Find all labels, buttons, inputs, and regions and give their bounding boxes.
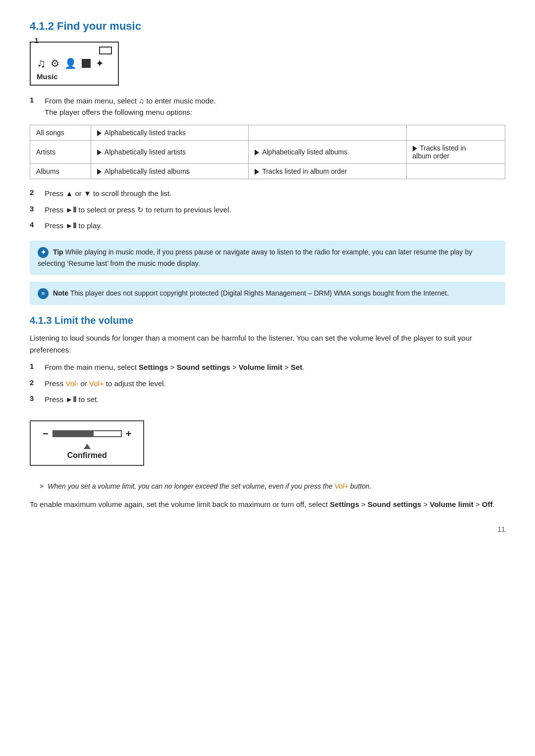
note-box: ≡ Note This player does not support copy… — [30, 282, 505, 305]
device-diagram: 1 ♫ ⚙ 👤 ✦ Music — [30, 42, 119, 86]
arrow-icon — [255, 150, 259, 155]
menu-empty-3 — [406, 164, 505, 179]
section-title-412: 4.1.2 Find your music — [30, 20, 505, 33]
music-note-icon: ♫ — [37, 56, 46, 70]
step-1-text: From the main menu, select ♫ to enter mu… — [45, 96, 216, 118]
volume-triangle-indicator — [84, 444, 91, 449]
step-413-2-text: Press Vol- or Vol+ to adjust the level. — [45, 378, 166, 390]
note-icon: ≡ — [38, 288, 49, 299]
bullet-note-item: > When you set a volume limit, you can n… — [40, 481, 505, 492]
vol-plus-icon: + — [126, 428, 132, 440]
step-413-1-item: 1 From the main menu, select Settings > … — [30, 362, 505, 373]
step-3-text: Press ►Ⅱ to select or press ↻ to return … — [45, 204, 231, 216]
step-2-item: 2 Press ▲ or ▼ to scroll through the lis… — [30, 188, 505, 200]
step-413-3-text: Press ►Ⅱ to set. — [45, 394, 99, 405]
step-413-3-num: 3 — [30, 394, 38, 403]
device-screen — [99, 47, 112, 54]
device-icons: ♫ ⚙ 👤 ✦ — [37, 56, 112, 70]
steps-2-4-list: 2 Press ▲ or ▼ to scroll through the lis… — [30, 188, 505, 232]
step-413-1-text: From the main menu, select Settings > So… — [45, 362, 305, 373]
step-2-num: 2 — [30, 188, 38, 197]
confirmed-label: Confirmed — [43, 451, 131, 460]
user-icon: 👤 — [64, 57, 77, 69]
gear2-icon: ✦ — [96, 57, 104, 69]
black-square-icon — [82, 59, 91, 68]
volume-bar-row: − + — [43, 428, 131, 440]
menu-val-albums-artists: Alphabetically listed albums — [249, 141, 406, 164]
menu-cat-artists: Artists — [30, 141, 91, 164]
steps-list-413: 1 From the main menu, select Settings > … — [30, 362, 505, 405]
menu-cat-allsongs: All songs — [30, 125, 91, 141]
device-label: Music — [37, 72, 112, 81]
step-2-text: Press ▲ or ▼ to scroll through the list. — [45, 188, 171, 200]
arrow-icon — [413, 146, 417, 151]
bullet-note-text: When you set a volume limit, you can no … — [48, 481, 372, 492]
volume-bar — [53, 430, 122, 437]
step-3-item: 3 Press ►Ⅱ to select or press ↻ to retur… — [30, 204, 505, 216]
menu-empty-2 — [406, 125, 505, 141]
menu-cat-albums: Albums — [30, 164, 91, 179]
step-413-1-num: 1 — [30, 362, 38, 370]
tip-icon: ✦ — [38, 247, 49, 258]
menu-val-artists: Alphabetically listed artists — [91, 141, 248, 164]
menu-val-albums: Alphabetically listed albums — [91, 164, 248, 179]
step-4-num: 4 — [30, 220, 38, 229]
menu-val-alltracks: Alphabetically listed tracks — [91, 125, 248, 141]
section-413-desc1: Listening to loud sounds for longer than… — [30, 332, 505, 356]
bullet-note-list: > When you set a volume limit, you can n… — [40, 481, 505, 492]
tip-label: Tip — [53, 248, 63, 256]
table-row: Artists Alphabetically listed artists Al… — [30, 141, 505, 164]
step-1-num: 1 — [30, 96, 38, 104]
menu-empty-1 — [249, 125, 406, 141]
section-413-desc2: To enable maximum volume again, set the … — [30, 499, 505, 510]
step-4-item: 4 Press ►Ⅱ to play. — [30, 220, 505, 232]
vol-minus-icon: − — [43, 428, 49, 440]
steps-list-412: 1 From the main menu, select ♫ to enter … — [30, 96, 505, 118]
arrow-icon — [97, 130, 102, 136]
volume-bar-fill — [54, 431, 94, 436]
page-number: 11 — [30, 525, 505, 533]
arrow-icon — [97, 169, 102, 175]
device-top-bar — [37, 47, 112, 54]
step-1-item: 1 From the main menu, select ♫ to enter … — [30, 96, 505, 118]
arrow-icon — [97, 150, 102, 155]
section-title-413: 4.1.3 Limit the volume — [30, 315, 505, 326]
menu-options-table: All songs Alphabetically listed tracks A… — [30, 125, 505, 179]
note-text: This player does not support copyright p… — [70, 289, 449, 297]
step-3-num: 3 — [30, 204, 38, 213]
device-step-marker: 1 — [35, 37, 39, 45]
table-row: All songs Alphabetically listed tracks — [30, 125, 505, 141]
arrow-icon — [255, 169, 259, 175]
menu-val-tracks-album-order-2: Tracks listed in album order — [249, 164, 406, 179]
step-413-3-item: 3 Press ►Ⅱ to set. — [30, 394, 505, 405]
bullet-gt: > — [40, 481, 44, 492]
menu-val-tracks-album-order-1: Tracks listed inalbum order — [406, 141, 505, 164]
volume-diagram: − + Confirmed — [30, 420, 144, 466]
tip-box: ✦ Tip While playing in music mode, if yo… — [30, 241, 505, 275]
settings-gear-icon: ⚙ — [51, 57, 59, 69]
note-label: Note — [53, 289, 68, 297]
table-row: Albums Alphabetically listed albums Trac… — [30, 164, 505, 179]
step-4-text: Press ►Ⅱ to play. — [45, 220, 102, 232]
tip-text: While playing in music mode, if you pres… — [38, 248, 472, 267]
step-413-2-num: 2 — [30, 378, 38, 387]
step-413-2-item: 2 Press Vol- or Vol+ to adjust the level… — [30, 378, 505, 390]
